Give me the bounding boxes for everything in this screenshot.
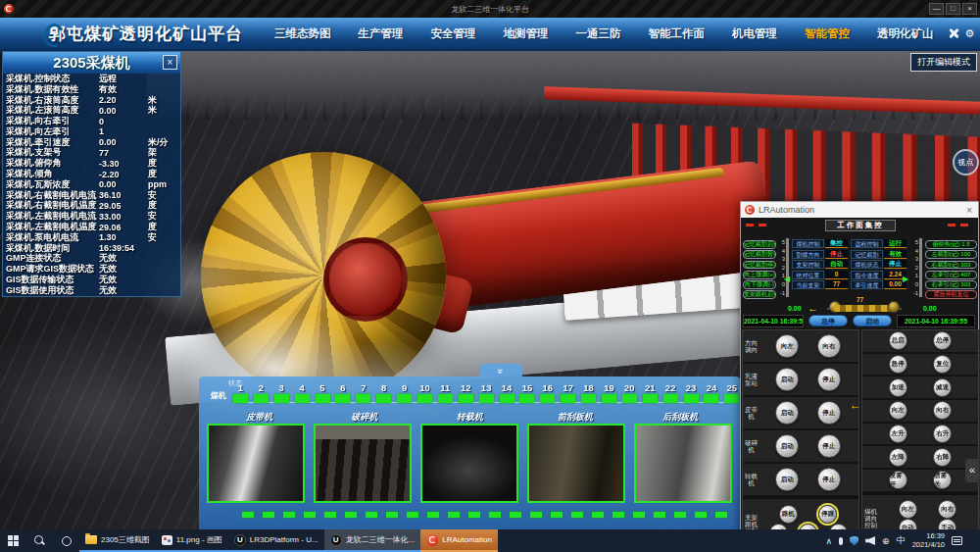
tray-chevron-icon[interactable]: ∧: [825, 536, 832, 546]
channel-3[interactable]: 3: [271, 382, 292, 403]
start-button[interactable]: 启动: [853, 315, 892, 326]
memory-cut-button[interactable]: 向下微调(-): [743, 280, 776, 289]
control-knob[interactable]: 启动: [775, 368, 799, 391]
memory-cut-button[interactable]: 记忆截割暂停: [743, 250, 776, 259]
control-knob[interactable]: 右降: [933, 448, 952, 467]
camera-thumbnail-1[interactable]: [207, 424, 305, 503]
viewpoint-button[interactable]: 视点: [953, 149, 979, 176]
memory-preset-button[interactable]: 右截割(记) 303: [925, 261, 977, 270]
control-knob[interactable]: 右升: [933, 425, 952, 443]
nav-item-6[interactable]: 智能工作面: [635, 26, 719, 41]
control-knob[interactable]: 向右: [933, 401, 952, 420]
channel-15[interactable]: 15: [516, 382, 537, 403]
control-knob[interactable]: 停止: [817, 368, 841, 391]
camera-thumbnail-2[interactable]: [314, 424, 412, 503]
collapse-panel-tab[interactable]: »: [479, 364, 522, 376]
nav-item-7[interactable]: 机电管理: [718, 26, 791, 41]
taskbar-clock[interactable]: 16:39 2021/4/10: [912, 532, 945, 549]
channel-12[interactable]: 12: [456, 382, 476, 403]
nav-item-1[interactable]: 三维态势图: [261, 26, 345, 41]
open-edit-mode-button[interactable]: 打开编辑模式: [910, 53, 977, 72]
estop-button[interactable]: 急停: [808, 315, 848, 326]
taskbar-app[interactable]: 11.png - 画图: [156, 529, 228, 552]
taskbar-app[interactable]: LRAutomation: [420, 529, 498, 552]
close-icon[interactable]: ×: [163, 55, 177, 70]
memory-cut-button[interactable]: 记忆截割停止: [743, 261, 776, 270]
memory-cut-button[interactable]: 向上微调(+): [743, 271, 776, 279]
ime-indicator[interactable]: 中: [897, 534, 906, 547]
close-button[interactable]: ×: [962, 3, 977, 15]
channel-6[interactable]: 6: [332, 382, 353, 403]
channel-4[interactable]: 4: [292, 382, 313, 403]
control-knob[interactable]: 急停: [889, 355, 907, 374]
minimize-button[interactable]: —: [929, 3, 944, 15]
channel-11[interactable]: 11: [435, 382, 456, 403]
control-knob[interactable]: 复位: [933, 355, 952, 374]
control-knob[interactable]: 停止: [817, 401, 841, 425]
collapse-window-tab[interactable]: «: [965, 459, 979, 482]
control-knob[interactable]: 喷雾开: [889, 471, 907, 489]
camera-thumbnail-3[interactable]: [420, 424, 518, 503]
usb-device-icon[interactable]: [839, 537, 843, 545]
channel-13[interactable]: 13: [476, 382, 497, 403]
memory-preset-button[interactable]: 左牵引(记) 407: [925, 271, 977, 279]
channel-14[interactable]: 14: [497, 382, 517, 403]
channel-19[interactable]: 19: [599, 382, 619, 403]
channel-24[interactable]: 24: [701, 382, 721, 403]
shearer-position-handle[interactable]: [834, 305, 895, 312]
network-icon[interactable]: ⊕: [882, 536, 890, 546]
taskbar-app[interactable]: 2305三维截图: [79, 529, 156, 552]
taskbar-app[interactable]: U龙软二三维一体化...: [324, 529, 421, 552]
lrautomation-titlebar[interactable]: LRAutomation ×: [741, 202, 978, 218]
channel-18[interactable]: 18: [578, 382, 599, 403]
nav-item-3[interactable]: 安全管理: [417, 26, 490, 41]
channel-17[interactable]: 17: [558, 382, 578, 403]
channel-1[interactable]: 1: [230, 382, 251, 403]
control-knob[interactable]: 启动: [775, 401, 799, 425]
control-knob[interactable]: 向左: [899, 500, 917, 519]
control-knob[interactable]: 向右: [817, 334, 841, 358]
control-knob[interactable]: 向右: [938, 500, 956, 519]
control-knob[interactable]: 喷雾关: [933, 471, 952, 489]
maximize-button[interactable]: □: [946, 3, 960, 15]
camera-thumbnail-5[interactable]: [634, 424, 732, 503]
control-knob[interactable]: 总启: [889, 331, 907, 350]
control-knob[interactable]: 启动: [775, 434, 799, 458]
speaker-icon[interactable]: [865, 536, 875, 545]
memory-preset-button[interactable]: 左截割(记) 100: [925, 250, 977, 259]
channel-22[interactable]: 22: [661, 382, 681, 403]
channel-2[interactable]: 2: [251, 382, 271, 403]
channel-23[interactable]: 23: [681, 382, 702, 403]
control-knob[interactable]: 启动: [775, 468, 799, 491]
nav-item-5[interactable]: 一通三防: [563, 26, 635, 41]
control-knob[interactable]: 停止: [817, 434, 841, 458]
task-view-button[interactable]: [53, 529, 79, 552]
memory-preset-button[interactable]: 右牵引(记) 303: [925, 280, 977, 289]
control-knob[interactable]: 向左: [889, 401, 907, 420]
control-knob[interactable]: 加速: [889, 378, 907, 397]
control-knob[interactable]: 总停: [933, 331, 952, 350]
channel-9[interactable]: 9: [394, 382, 415, 403]
security-shield-icon[interactable]: [850, 536, 858, 546]
control-knob[interactable]: 向左: [775, 334, 799, 358]
control-knob[interactable]: 减速: [933, 378, 952, 397]
memory-preset-button[interactable]: 俯仰角(记) 1.5: [925, 240, 977, 249]
start-button[interactable]: [0, 529, 26, 552]
close-icon[interactable]: ×: [964, 205, 974, 216]
channel-20[interactable]: 20: [619, 382, 640, 403]
channel-8[interactable]: 8: [373, 382, 394, 403]
search-button[interactable]: [26, 529, 53, 552]
notification-center-icon[interactable]: [952, 536, 962, 545]
control-knob[interactable]: 跟机: [779, 505, 798, 524]
nav-item-8[interactable]: 智能管控: [791, 26, 863, 41]
memory-cut-button[interactable]: 记忆截割启动: [743, 240, 776, 249]
control-knob[interactable]: 左升: [889, 425, 907, 443]
nav-item-4[interactable]: 地测管理: [490, 26, 563, 41]
channel-5[interactable]: 5: [313, 382, 333, 403]
camera-thumbnail-4[interactable]: [527, 424, 625, 503]
channel-16[interactable]: 16: [537, 382, 558, 403]
nav-item-2[interactable]: 生产管理: [345, 26, 417, 41]
gear-icon[interactable]: ⚙: [965, 27, 975, 40]
tools-icon[interactable]: [948, 27, 959, 39]
channel-21[interactable]: 21: [640, 382, 661, 403]
